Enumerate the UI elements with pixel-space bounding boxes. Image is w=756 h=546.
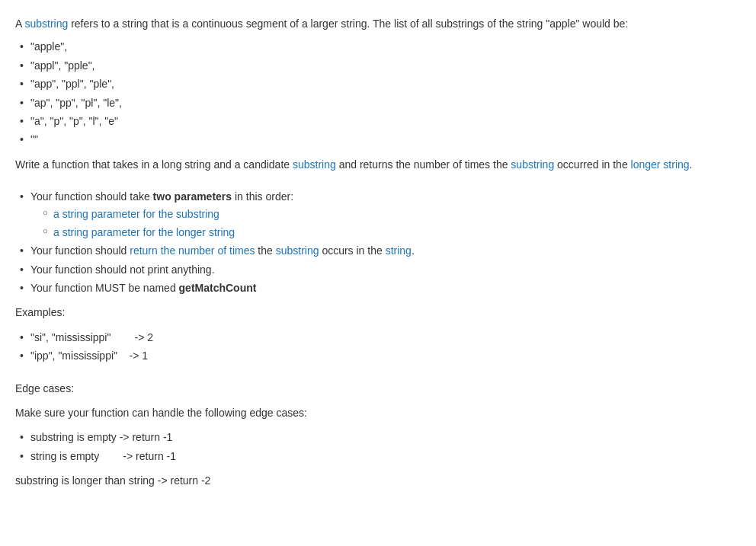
list-item: a string parameter for the longer string — [30, 224, 741, 241]
examples-section: Examples: "si", "mississippi" -> 2 "ipp"… — [15, 304, 741, 364]
list-item-text: "a", "p", "p", "l", "e" — [30, 115, 118, 127]
example-item-text: "ipp", "mississippi" -> 1 — [30, 350, 148, 362]
intro-paragraph: A substring refers to a string that is a… — [15, 15, 741, 32]
substrings-list: "apple", "appl", "pple", "app", "ppl", "… — [15, 38, 741, 148]
list-item: "si", "mississippi" -> 2 — [15, 329, 741, 346]
longer-case-text: substring is longer than string -> retur… — [15, 472, 741, 489]
requirements-list: Your function should take two parameters… — [15, 188, 741, 296]
main-content: A substring refers to a string that is a… — [15, 15, 741, 490]
requirement-return: Your function should return the number o… — [15, 242, 741, 259]
list-item: "a", "p", "p", "l", "e" — [15, 113, 741, 129]
function-name: getMatchCount — [179, 282, 257, 294]
list-item: string is empty -> return -1 — [15, 448, 741, 465]
edge-cases-section: Edge cases: Make sure your function can … — [15, 380, 741, 490]
edge-cases-list: substring is empty -> return -1 string i… — [15, 429, 741, 465]
list-item-text: "ap", "pp", "pl", "le", — [30, 97, 122, 109]
requirement-name: Your function MUST be named getMatchCoun… — [15, 279, 741, 296]
task-text: Write a function that takes in a long st… — [15, 158, 693, 171]
intro-text-before: A — [15, 18, 24, 30]
list-item-text: "app", "ppl", "ple", — [30, 78, 114, 90]
edge-cases-label: Edge cases: — [15, 380, 741, 397]
list-item-text: "apple", — [30, 40, 67, 53]
param-item-text: a string parameter for the substring — [53, 208, 219, 220]
req-name-text: Your function MUST be named getMatchCoun… — [30, 282, 256, 294]
list-item: "appl", "pple", — [15, 57, 741, 74]
list-item: substring is empty -> return -1 — [15, 429, 741, 445]
edge-case-text: string is empty -> return -1 — [30, 450, 176, 462]
req-no-print-text: Your function should not print anything. — [30, 263, 215, 276]
list-item-text: "appl", "pple", — [30, 59, 95, 72]
list-item: "app", "ppl", "ple", — [15, 75, 741, 92]
examples-list: "si", "mississippi" -> 2 "ipp", "mississ… — [15, 329, 741, 365]
example-item-text: "si", "mississippi" -> 2 — [30, 331, 153, 343]
list-item-text: "" — [30, 133, 38, 145]
param-item-text: a string parameter for the longer string — [53, 226, 235, 238]
list-item: "" — [15, 131, 741, 148]
list-item: "ap", "pp", "pl", "le", — [15, 94, 741, 111]
intro-text-after: refers to a string that is a continuous … — [68, 18, 628, 30]
req-return-text: Your function should return the number o… — [30, 244, 415, 257]
examples-label: Examples: — [15, 304, 741, 321]
list-item: "ipp", "mississippi" -> 1 — [15, 347, 741, 364]
substring-link[interactable]: substring — [24, 18, 68, 30]
req-params-text: Your function should take two parameters… — [30, 190, 293, 203]
params-sub-list: a string parameter for the substring a s… — [30, 206, 741, 241]
edge-case-text: substring is empty -> return -1 — [30, 431, 172, 443]
list-item: "apple", — [15, 38, 741, 55]
req-params-bold: two parameters — [153, 190, 232, 203]
requirement-no-print: Your function should not print anything. — [15, 261, 741, 278]
task-description: Write a function that takes in a long st… — [15, 156, 741, 173]
list-item: a string parameter for the substring — [30, 206, 741, 222]
edge-cases-intro: Make sure your function can handle the f… — [15, 404, 741, 421]
requirement-params: Your function should take two parameters… — [15, 188, 741, 241]
